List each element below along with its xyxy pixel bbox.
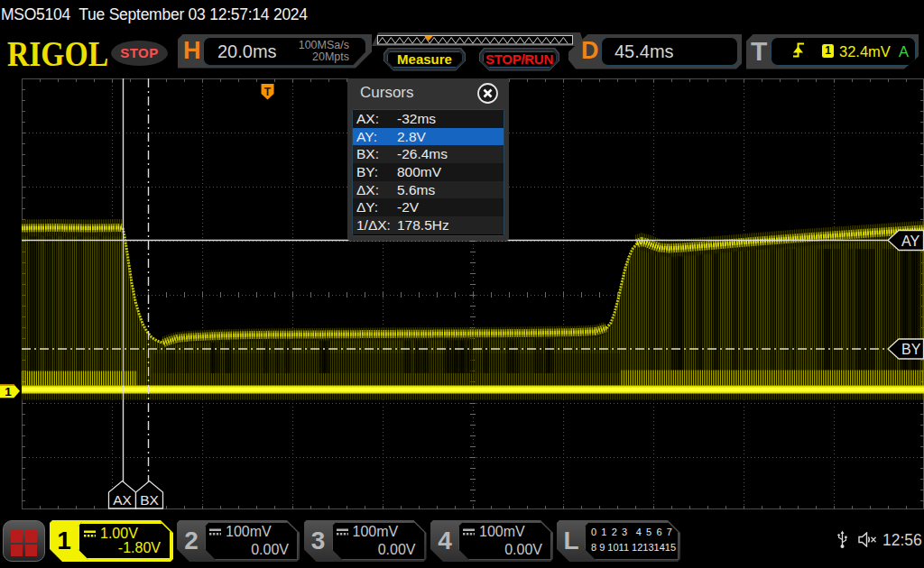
svg-text:BX: BX [140,492,159,508]
svg-text:AX: AX [113,492,132,508]
svg-text:BY: BY [901,342,921,357]
svg-text:T: T [264,86,272,98]
svg-text:1: 1 [5,385,12,399]
svg-text:AY: AY [901,234,919,249]
